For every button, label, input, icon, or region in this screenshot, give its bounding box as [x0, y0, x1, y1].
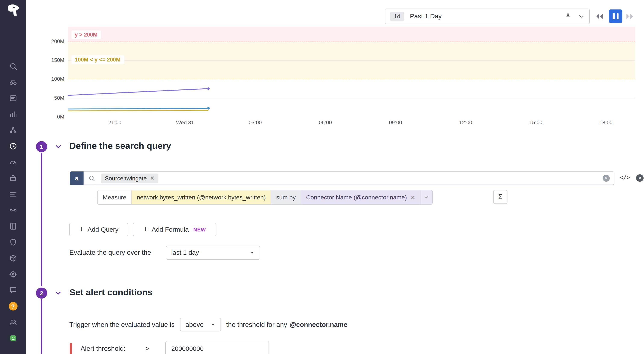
alert-threshold-row: Alert threshold: > — [70, 341, 269, 354]
clear-search-icon[interactable]: ✕ — [602, 175, 610, 182]
section-collapse-chevron-icon[interactable] — [55, 290, 62, 298]
search-icon[interactable] — [0, 58, 26, 74]
y-tick-label: 150M — [37, 57, 64, 63]
y-axis-labels: 200M150M100M50M0M — [37, 27, 64, 117]
sidebar-nav: ? — [0, 58, 26, 346]
watchdog-icon[interactable] — [0, 74, 26, 90]
evaluate-label: Evaluate the query over the — [69, 249, 151, 256]
software-icon[interactable] — [0, 250, 26, 266]
add-query-label: Add Query — [88, 226, 118, 233]
alert-threshold-input[interactable] — [166, 341, 269, 354]
x-tick-label: 15:00 — [519, 120, 552, 126]
group-by-token[interactable]: Connector Name (@connector.name) ✕ — [301, 190, 420, 204]
events-icon[interactable] — [0, 90, 26, 106]
pause-button[interactable] — [609, 9, 622, 23]
query-letter-badge: a — [70, 171, 84, 185]
integrations-icon[interactable] — [0, 170, 26, 186]
alert-threshold-label: Alert threshold: — [80, 345, 145, 353]
x-tick-label: 09:00 — [379, 120, 412, 126]
remove-query-icon[interactable]: ✕ — [636, 174, 644, 182]
y-tick-label: 50M — [37, 95, 64, 101]
trigger-condition-row: Trigger when the evaluated value is abov… — [69, 318, 347, 331]
group-by-chevron-icon[interactable] — [420, 190, 432, 204]
processes-icon[interactable] — [0, 186, 26, 202]
x-tick-label: Wed 31 — [168, 120, 202, 126]
measure-metric-token[interactable]: network.bytes_written (@network.bytes_wr… — [132, 190, 271, 204]
evaluation-window-value: last 1 day — [171, 249, 199, 256]
section-collapse-chevron-icon[interactable] — [55, 143, 62, 152]
section-alert-title: Set alert conditions — [69, 288, 152, 298]
alert-severity-bar — [70, 343, 72, 354]
search-query-input[interactable]: Source:twingate ✕ ✕ — [84, 171, 614, 185]
y-tick-label: 100M — [37, 76, 64, 82]
group-name-token: @connector.name — [290, 321, 347, 328]
rewind-button[interactable] — [595, 11, 605, 21]
measure-label[interactable]: Measure — [98, 190, 131, 204]
add-formula-label: Add Formula — [152, 226, 189, 233]
sum-by-label[interactable]: sum by — [271, 190, 301, 204]
plus-icon: + — [143, 225, 148, 234]
step-2-badge: 2 — [36, 288, 47, 299]
sidebar: ? — [0, 0, 26, 354]
filter-token-label: Source:twingate — [105, 175, 147, 181]
remove-filter-icon[interactable]: ✕ — [150, 175, 154, 181]
organization-icon[interactable] — [0, 314, 26, 330]
chevron-down-icon — [210, 322, 215, 327]
x-tick-label: 18:00 — [589, 120, 623, 126]
step-1-badge: 1 — [36, 141, 47, 152]
time-range-label: Past 1 Day — [410, 13, 564, 20]
monitors-icon[interactable] — [0, 138, 26, 154]
x-tick-label: 06:00 — [308, 120, 342, 126]
measure-editor: Measure network.bytes_written (@network.… — [97, 190, 433, 205]
chevron-down-icon — [250, 250, 255, 255]
group-by-label: Connector Name (@connector.name) — [306, 194, 407, 201]
metrics-icon[interactable] — [0, 106, 26, 122]
trigger-label: Trigger when the evaluated value is — [69, 321, 174, 328]
pin-icon[interactable] — [564, 13, 572, 20]
code-view-toggle[interactable]: </> — [620, 174, 630, 181]
time-range-selector[interactable]: 1d Past 1 Day — [384, 8, 590, 24]
plus-icon: + — [79, 225, 84, 234]
remove-group-by-icon[interactable]: ✕ — [411, 194, 415, 201]
y-tick-label: 0M — [37, 114, 64, 120]
logs-icon[interactable] — [0, 218, 26, 234]
search-filter-token[interactable]: Source:twingate ✕ — [101, 173, 158, 183]
ci-icon[interactable] — [0, 266, 26, 282]
forward-button[interactable] — [625, 11, 635, 21]
x-tick-label: 03:00 — [238, 120, 272, 126]
datadog-monitor-editor: ? 1d Past 1 Day 200M150M100M50M0M y > 20… — [0, 0, 644, 354]
security-icon[interactable] — [0, 234, 26, 250]
comparator-select[interactable]: above — [180, 318, 221, 331]
x-axis-labels: 21:00Wed 3103:0006:0009:0012:0015:0018:0… — [68, 120, 635, 127]
add-formula-button[interactable]: + Add Formula NEW — [133, 223, 216, 236]
query-connector — [95, 185, 95, 197]
x-tick-label: 21:00 — [98, 120, 132, 126]
add-query-button[interactable]: + Add Query — [69, 223, 128, 236]
bits-ai-icon[interactable] — [0, 330, 26, 346]
aggregation-sigma-button[interactable]: Σ — [493, 190, 507, 204]
series-lines — [68, 27, 635, 117]
step-connector-line — [41, 153, 42, 286]
chevron-down-icon[interactable] — [578, 13, 584, 19]
service-map-icon[interactable] — [0, 202, 26, 218]
search-icon — [88, 175, 95, 182]
time-range-badge: 1d — [390, 12, 404, 21]
query-connector — [95, 197, 98, 197]
evaluation-window-select[interactable]: last 1 day — [166, 246, 260, 260]
new-badge: NEW — [193, 227, 206, 232]
datadog-logo[interactable] — [5, 2, 21, 18]
threshold-for-label: the threshold for any — [226, 321, 287, 328]
section-define-title: Define the search query — [69, 141, 171, 151]
feedback-icon[interactable] — [0, 282, 26, 298]
apm-icon[interactable] — [0, 122, 26, 138]
threshold-operator: > — [145, 345, 158, 353]
x-tick-label: 12:00 — [449, 120, 482, 126]
chart-plot-area: y > 200M100M < y <= 200M — [68, 27, 635, 117]
comparator-value: above — [186, 321, 204, 328]
synthetics-icon[interactable] — [0, 154, 26, 170]
help-icon[interactable]: ? — [0, 298, 26, 314]
y-tick-label: 200M — [37, 38, 64, 44]
step-connector-line — [41, 299, 42, 354]
